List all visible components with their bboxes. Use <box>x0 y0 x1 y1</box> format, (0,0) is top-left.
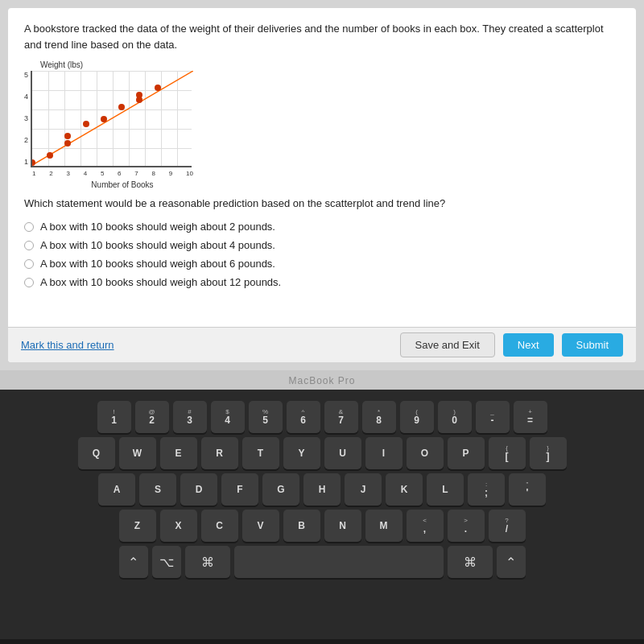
key-m[interactable]: M <box>365 510 402 542</box>
chart-area: Weight (lbs) 1 2 3 4 5 <box>24 60 209 189</box>
key-semicolon[interactable]: :; <box>468 473 505 506</box>
key-4[interactable]: $4 <box>211 401 245 433</box>
trend-line <box>32 71 193 165</box>
keyboard: !1 @2 #3 $4 %5 ^6 &7 *8 (9 )0 _- += Q W … <box>0 390 644 639</box>
option-1[interactable]: A box with 10 books should weigh about 2… <box>24 221 620 233</box>
key-alt-left[interactable]: ⌥ <box>152 546 181 578</box>
x-tick-6: 6 <box>118 170 121 177</box>
y-tick-4: 4 <box>24 93 28 101</box>
x-tick-7: 7 <box>134 170 138 177</box>
mark-return-link[interactable]: Mark this and return <box>21 339 392 351</box>
key-equals[interactable]: += <box>514 401 547 433</box>
keyboard-row-2: Q W E R T Y U I O P {[ }] <box>8 437 636 469</box>
save-exit-button[interactable]: Save and Exit <box>400 332 495 357</box>
x-tick-2: 2 <box>49 170 52 177</box>
keyboard-row-3: A S D F G H J K L :; "' <box>8 473 636 506</box>
data-point <box>64 140 71 147</box>
x-tick-5: 5 <box>101 170 104 177</box>
key-cmd-right[interactable]: ⌘ <box>448 546 493 578</box>
key-ctrl-left[interactable]: ⌃ <box>119 546 148 578</box>
options-list: A box with 10 books should weigh about 2… <box>24 221 620 288</box>
data-point <box>32 159 35 166</box>
data-point <box>64 133 71 139</box>
x-tick-3: 3 <box>66 170 69 177</box>
key-rbracket[interactable]: }] <box>530 437 567 469</box>
key-ctrl-right[interactable]: ⌃ <box>497 546 526 578</box>
key-6[interactable]: ^6 <box>287 401 320 433</box>
macbook-label: MacBook Pro <box>0 370 644 390</box>
x-tick-1: 1 <box>32 170 35 177</box>
y-tick-5: 5 <box>24 71 28 79</box>
key-space[interactable] <box>234 546 444 578</box>
key-r[interactable]: R <box>201 437 238 469</box>
key-h[interactable]: H <box>303 473 341 506</box>
key-b[interactable]: B <box>283 510 320 542</box>
key-s[interactable]: S <box>139 473 176 506</box>
key-minus[interactable]: _- <box>476 401 510 433</box>
radio-1[interactable] <box>24 222 34 232</box>
key-lbracket[interactable]: {[ <box>489 437 526 469</box>
submit-button[interactable]: Submit <box>562 333 623 357</box>
key-quote[interactable]: "' <box>509 473 546 506</box>
key-1[interactable]: !1 <box>97 401 131 433</box>
key-0[interactable]: )0 <box>438 401 472 433</box>
keyboard-row-1: !1 @2 #3 $4 %5 ^6 &7 *8 (9 )0 _- += <box>8 401 636 433</box>
key-k[interactable]: K <box>386 473 423 506</box>
data-point <box>83 121 89 127</box>
key-d[interactable]: D <box>180 473 217 506</box>
key-period[interactable]: >. <box>448 510 485 542</box>
data-point <box>136 92 142 98</box>
x-tick-4: 4 <box>84 170 87 177</box>
option-4[interactable]: A box with 10 books should weigh about 1… <box>24 276 620 288</box>
key-z[interactable]: Z <box>119 510 156 542</box>
key-g[interactable]: G <box>262 473 299 506</box>
key-c[interactable]: C <box>201 510 238 542</box>
key-x[interactable]: X <box>160 510 197 542</box>
option-2[interactable]: A box with 10 books should weigh about 4… <box>24 239 620 251</box>
radio-2[interactable] <box>24 241 34 250</box>
key-y[interactable]: Y <box>283 437 320 469</box>
key-2[interactable]: @2 <box>135 401 169 433</box>
key-3[interactable]: #3 <box>173 401 207 433</box>
key-9[interactable]: (9 <box>400 401 434 433</box>
key-u[interactable]: U <box>324 437 361 469</box>
key-7[interactable]: &7 <box>324 401 358 433</box>
data-point <box>155 85 161 91</box>
key-p[interactable]: P <box>448 437 485 469</box>
option-2-text: A box with 10 books should weigh about 4… <box>40 239 275 251</box>
radio-4[interactable] <box>24 278 34 287</box>
key-f[interactable]: F <box>221 473 258 506</box>
key-q[interactable]: Q <box>78 437 115 469</box>
keyboard-row-4: Z X C V B N M <, >. ?/ <box>8 510 636 542</box>
key-comma[interactable]: <, <box>407 510 444 542</box>
radio-3[interactable] <box>24 259 34 269</box>
key-v[interactable]: V <box>242 510 279 542</box>
key-slash[interactable]: ?/ <box>489 510 526 542</box>
option-3-text: A box with 10 books should weigh about 6… <box>40 258 275 270</box>
option-4-text: A box with 10 books should weigh about 1… <box>40 276 281 288</box>
key-t[interactable]: T <box>242 437 279 469</box>
key-e[interactable]: E <box>160 437 197 469</box>
footer-bar: Mark this and return Save and Exit Next … <box>8 327 636 362</box>
question-text: Which statement would be a reasonable pr… <box>24 197 620 209</box>
screen: A bookstore tracked the data of the weig… <box>0 0 644 370</box>
key-l[interactable]: L <box>427 473 464 506</box>
key-n[interactable]: N <box>324 510 361 542</box>
key-cmd-left[interactable]: ⌘ <box>185 546 230 578</box>
key-a[interactable]: A <box>98 473 135 506</box>
x-tick-10: 10 <box>186 170 193 177</box>
y-tick-2: 2 <box>24 136 28 144</box>
browser-content: A bookstore tracked the data of the weig… <box>8 8 636 362</box>
key-i[interactable]: I <box>365 437 402 469</box>
question-intro: A bookstore tracked the data of the weig… <box>24 21 620 52</box>
x-tick-8: 8 <box>152 170 155 177</box>
key-w[interactable]: W <box>119 437 156 469</box>
key-5[interactable]: %5 <box>249 401 283 433</box>
key-o[interactable]: O <box>407 437 444 469</box>
option-3[interactable]: A box with 10 books should weigh about 6… <box>24 258 620 270</box>
key-8[interactable]: *8 <box>362 401 396 433</box>
next-button[interactable]: Next <box>503 333 554 357</box>
x-axis-title: Number of Books <box>35 180 209 189</box>
y-axis-title: Weight (lbs) <box>40 60 209 69</box>
key-j[interactable]: J <box>345 473 382 506</box>
